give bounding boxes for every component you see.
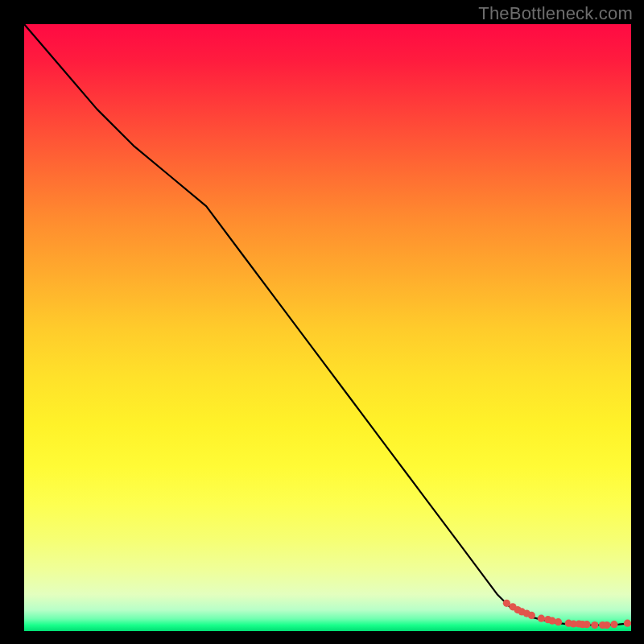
data-point [583, 621, 590, 628]
plot-area [24, 24, 631, 631]
scatter-points [503, 600, 631, 629]
chart-canvas: TheBottleneck.com [0, 0, 644, 644]
data-point [555, 618, 562, 625]
data-point [591, 621, 598, 629]
data-point [528, 612, 535, 619]
data-point [603, 621, 610, 629]
chart-overlay [24, 24, 631, 631]
data-point [624, 620, 631, 627]
data-point [538, 615, 545, 622]
watermark-text: TheBottleneck.com [478, 3, 633, 24]
data-point [610, 621, 617, 628]
bottleneck-curve [24, 24, 631, 625]
